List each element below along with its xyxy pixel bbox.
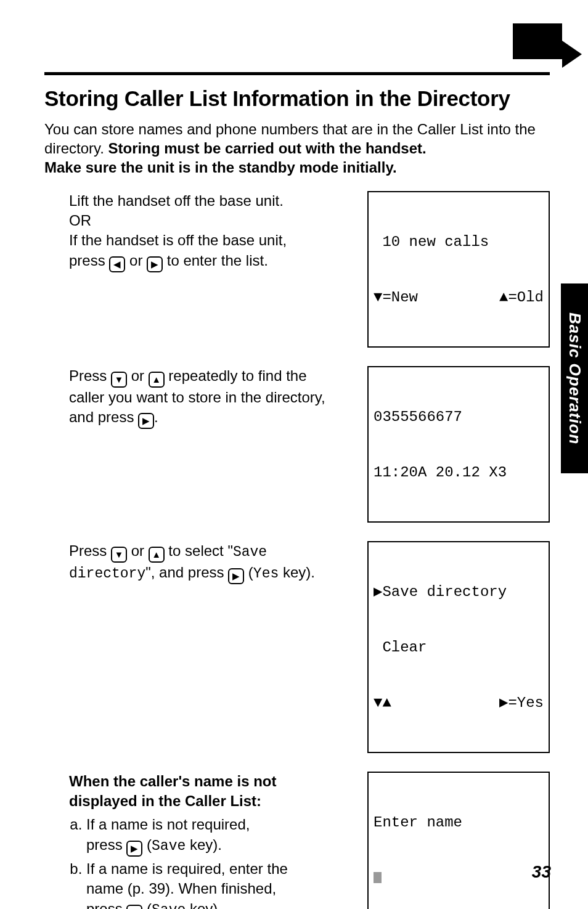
step-4: When the caller's name is not displayed … bbox=[44, 772, 550, 909]
lcd-screen-2: 0355566677 11:20A 20.12 X3 bbox=[367, 366, 550, 523]
right-key-icon: ▶ bbox=[126, 841, 142, 857]
right-key-icon: ▶ bbox=[138, 413, 154, 429]
corner-tab bbox=[513, 23, 562, 59]
page-title: Storing Caller List Information in the D… bbox=[44, 86, 550, 111]
section-tab: Basic Operation bbox=[561, 283, 588, 473]
page-number: 33 bbox=[532, 862, 551, 882]
step4-option-b: If a name is required, enter the name (p… bbox=[86, 859, 356, 909]
corner-arrow-icon bbox=[562, 41, 582, 68]
lcd-screen-1: 10 new calls ▼=New▲=Old bbox=[367, 191, 550, 348]
section-tab-label: Basic Operation bbox=[565, 312, 584, 444]
down-key-icon: ▼ bbox=[111, 372, 127, 388]
step4-option-a: If a name is not required, press ▶ (Save… bbox=[86, 815, 356, 857]
lcd-screen-3: ▶Save directory Clear ▼▲▶=Yes bbox=[367, 541, 550, 753]
right-key-icon: ▶ bbox=[126, 905, 142, 909]
step-2: Press ▼ or ▲ repeatedly to find the call… bbox=[44, 366, 550, 523]
intro-paragraph: You can store names and phone numbers th… bbox=[44, 120, 550, 177]
lcd-screen-4: Enter name *#=←→▶=Save bbox=[367, 772, 550, 909]
up-key-icon: ▲ bbox=[149, 372, 165, 388]
down-key-icon: ▼ bbox=[111, 547, 127, 563]
up-key-icon: ▲ bbox=[149, 547, 165, 563]
step-3: Press ▼ or ▲ to select "Save directory",… bbox=[44, 541, 550, 753]
cursor-icon bbox=[374, 872, 382, 883]
top-rule bbox=[44, 72, 550, 75]
left-key-icon: ◀ bbox=[109, 256, 125, 272]
right-key-icon: ▶ bbox=[147, 256, 163, 272]
step-1: Lift the handset off the base unit. OR I… bbox=[44, 191, 550, 348]
right-key-icon: ▶ bbox=[228, 568, 244, 584]
